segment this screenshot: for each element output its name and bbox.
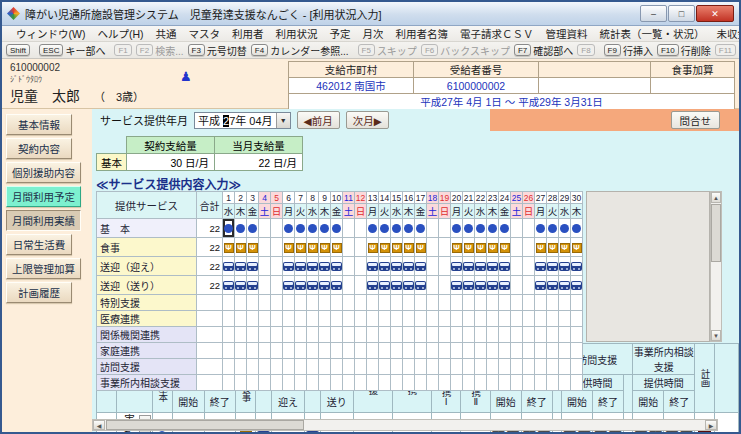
grid-cell[interactable]: Ψ bbox=[451, 238, 463, 257]
grid-cell[interactable] bbox=[247, 257, 259, 276]
grid-cell[interactable] bbox=[439, 375, 451, 391]
grid-cell[interactable] bbox=[463, 343, 475, 359]
grid-cell[interactable] bbox=[427, 327, 439, 343]
grid-cell[interactable] bbox=[427, 343, 439, 359]
grid-cell[interactable] bbox=[523, 238, 535, 257]
grid-cell[interactable] bbox=[331, 295, 343, 311]
grid-cell[interactable]: Ψ bbox=[559, 238, 571, 257]
grid-cell[interactable] bbox=[223, 343, 235, 359]
grid-cell[interactable] bbox=[511, 276, 523, 295]
grid-cell[interactable]: Ψ bbox=[535, 238, 547, 257]
grid-cell[interactable] bbox=[523, 327, 535, 343]
grid-cell[interactable] bbox=[331, 375, 343, 391]
grid-cell[interactable] bbox=[403, 257, 415, 276]
grid-cell[interactable] bbox=[475, 343, 487, 359]
inquiry-button[interactable]: 問合せ bbox=[671, 111, 721, 129]
scroll-down-icon[interactable]: ▼ bbox=[711, 330, 721, 341]
grid-cell[interactable]: Ψ bbox=[283, 238, 295, 257]
grid-cell[interactable] bbox=[343, 375, 355, 391]
grid-cell[interactable] bbox=[271, 311, 283, 327]
grid-cell[interactable] bbox=[427, 295, 439, 311]
grid-cell[interactable] bbox=[559, 359, 571, 375]
grid-cell[interactable] bbox=[451, 219, 463, 238]
toolbar-key-f7[interactable]: F7確認部へ bbox=[514, 43, 573, 58]
grid-cell[interactable] bbox=[499, 257, 511, 276]
scroll-right-icon[interactable]: ▶ bbox=[705, 420, 717, 430]
grid-cell[interactable] bbox=[235, 276, 247, 295]
grid-cell[interactable] bbox=[271, 257, 283, 276]
grid-cell[interactable] bbox=[571, 295, 583, 311]
grid-cell[interactable] bbox=[499, 219, 511, 238]
menu-item[interactable]: マスタ bbox=[182, 26, 226, 41]
grid-cell[interactable] bbox=[439, 327, 451, 343]
grid-cell[interactable] bbox=[523, 276, 535, 295]
sidebar-item-日常生活費[interactable]: 日常生活費 bbox=[6, 234, 72, 255]
menu-item[interactable]: 電子請求ＣＳＶ bbox=[454, 26, 540, 41]
grid-cell[interactable]: Ψ bbox=[547, 238, 559, 257]
grid-cell[interactable] bbox=[295, 276, 307, 295]
grid-cell[interactable] bbox=[559, 327, 571, 343]
grid-cell[interactable] bbox=[415, 359, 427, 375]
grid-cell[interactable] bbox=[343, 359, 355, 375]
grid-cell[interactable] bbox=[259, 327, 271, 343]
grid-cell[interactable] bbox=[379, 257, 391, 276]
grid-cell[interactable] bbox=[487, 276, 499, 295]
grid-cell[interactable]: Ψ bbox=[379, 238, 391, 257]
grid-cell[interactable] bbox=[547, 257, 559, 276]
grid-cell[interactable]: Ψ bbox=[391, 238, 403, 257]
sidebar-item-計画履歴[interactable]: 計画履歴 bbox=[6, 282, 72, 303]
grid-cell[interactable] bbox=[403, 375, 415, 391]
grid-cell[interactable] bbox=[475, 311, 487, 327]
scroll-up-icon[interactable]: ▲ bbox=[711, 192, 721, 203]
grid-cell[interactable] bbox=[355, 375, 367, 391]
vertical-scrollbar[interactable]: ▲ ▼ bbox=[710, 191, 722, 342]
grid-cell[interactable] bbox=[259, 343, 271, 359]
grid-cell[interactable] bbox=[247, 311, 259, 327]
grid-cell[interactable] bbox=[295, 295, 307, 311]
grid-cell[interactable] bbox=[259, 219, 271, 238]
grid-cell[interactable] bbox=[247, 219, 259, 238]
menu-item[interactable]: 利用者 bbox=[226, 26, 270, 41]
grid-cell[interactable] bbox=[463, 295, 475, 311]
grid-cell[interactable]: Ψ bbox=[223, 238, 235, 257]
grid-cell[interactable] bbox=[463, 257, 475, 276]
grid-cell[interactable] bbox=[379, 327, 391, 343]
grid-cell[interactable] bbox=[415, 295, 427, 311]
grid-cell[interactable] bbox=[559, 311, 571, 327]
scroll-left-icon[interactable]: ◀ bbox=[93, 420, 105, 430]
grid-cell[interactable] bbox=[571, 276, 583, 295]
grid-cell[interactable] bbox=[511, 257, 523, 276]
grid-cell[interactable] bbox=[571, 359, 583, 375]
sidebar-item-月間利用予定[interactable]: 月間利用予定 bbox=[6, 186, 81, 207]
grid-cell[interactable] bbox=[283, 276, 295, 295]
grid-cell[interactable] bbox=[379, 311, 391, 327]
grid-cell[interactable] bbox=[367, 327, 379, 343]
grid-cell[interactable] bbox=[523, 219, 535, 238]
grid-cell[interactable] bbox=[271, 343, 283, 359]
menu-item[interactable]: 統計表（一覧・状況） bbox=[593, 26, 710, 41]
grid-cell[interactable] bbox=[451, 343, 463, 359]
grid-cell[interactable] bbox=[367, 375, 379, 391]
grid-cell[interactable] bbox=[391, 327, 403, 343]
grid-cell[interactable] bbox=[343, 327, 355, 343]
grid-cell[interactable]: Ψ bbox=[499, 238, 511, 257]
grid-cell[interactable] bbox=[283, 359, 295, 375]
menu-item[interactable]: 未収金管理 bbox=[710, 26, 741, 41]
grid-cell[interactable] bbox=[463, 359, 475, 375]
grid-cell[interactable] bbox=[247, 327, 259, 343]
grid-cell[interactable] bbox=[367, 276, 379, 295]
grid-cell[interactable] bbox=[379, 375, 391, 391]
grid-cell[interactable] bbox=[487, 311, 499, 327]
grid-cell[interactable] bbox=[247, 276, 259, 295]
grid-cell[interactable] bbox=[451, 295, 463, 311]
grid-cell[interactable] bbox=[307, 295, 319, 311]
grid-cell[interactable] bbox=[355, 359, 367, 375]
grid-cell[interactable] bbox=[487, 295, 499, 311]
grid-cell[interactable] bbox=[487, 359, 499, 375]
grid-cell[interactable]: Ψ bbox=[475, 238, 487, 257]
grid-cell[interactable] bbox=[307, 276, 319, 295]
grid-cell[interactable] bbox=[295, 375, 307, 391]
grid-cell[interactable] bbox=[535, 219, 547, 238]
grid-cell[interactable] bbox=[499, 327, 511, 343]
grid-cell[interactable] bbox=[271, 359, 283, 375]
